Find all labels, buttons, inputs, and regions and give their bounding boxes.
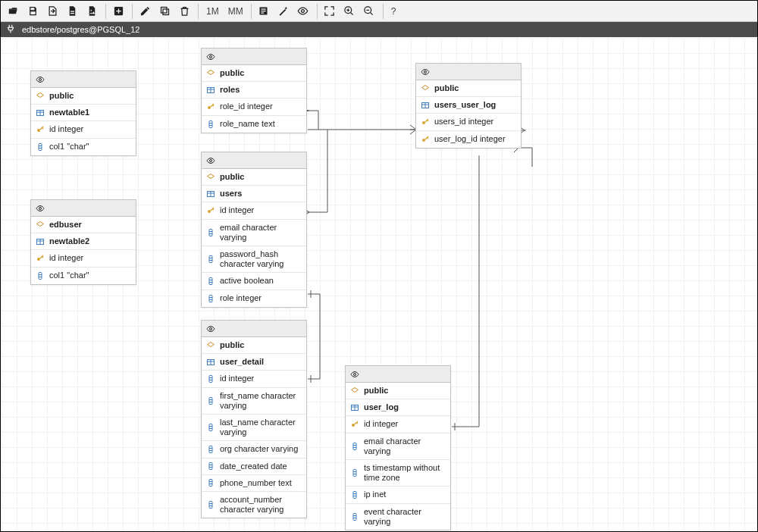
show-details-button[interactable] <box>294 3 312 20</box>
add-note-button[interactable] <box>255 3 273 20</box>
column-label: org character varying <box>220 444 302 454</box>
schema-icon <box>206 69 215 78</box>
column-label: date_created date <box>220 462 302 471</box>
column-label: users_id integer <box>434 117 516 127</box>
eye-icon[interactable] <box>421 67 430 77</box>
add-table-button[interactable] <box>109 3 127 20</box>
column-label: email character varying <box>364 437 446 456</box>
sql-file-button[interactable] <box>63 3 81 20</box>
table-label: user_log <box>364 402 446 412</box>
key-icon <box>206 206 215 215</box>
entity-header[interactable] <box>346 366 450 383</box>
save-button[interactable] <box>23 3 42 20</box>
key-icon <box>36 125 45 134</box>
schema-label: public <box>220 172 302 182</box>
column-label: id integer <box>220 205 302 215</box>
table-icon <box>206 189 215 199</box>
auto-align-button[interactable] <box>274 3 293 20</box>
column-label: ip inet <box>364 490 446 499</box>
entity-newtable1[interactable]: public newtable1 id integer col1 "char" <box>30 70 136 156</box>
export-button[interactable] <box>43 3 61 20</box>
table-label: users <box>220 189 302 199</box>
connection-label: edbstore/postgres@PGSQL_12 <box>22 25 139 34</box>
column-icon <box>350 490 359 499</box>
entity-roles[interactable]: public roles role_id integer role_name t… <box>201 48 307 133</box>
entity-header[interactable] <box>416 64 521 80</box>
column-icon <box>206 396 215 405</box>
column-label: col1 "char" <box>49 142 131 152</box>
eye-icon[interactable] <box>36 75 45 84</box>
clone-button[interactable] <box>155 3 174 20</box>
schema-label: public <box>364 386 446 396</box>
key-icon <box>421 135 430 144</box>
column-icon <box>206 120 215 129</box>
erd-canvas[interactable]: public newtable1 id integer col1 "char" … <box>2 38 756 530</box>
table-icon <box>421 101 430 110</box>
open-button[interactable] <box>4 3 22 20</box>
column-label: account_number character varying <box>220 495 302 515</box>
table-icon <box>206 86 215 95</box>
schema-label: public <box>49 91 131 101</box>
entity-header[interactable] <box>202 321 306 337</box>
schema-label: public <box>434 83 516 93</box>
eye-icon[interactable] <box>206 324 215 333</box>
entity-header[interactable] <box>31 200 136 217</box>
column-label: col1 "char" <box>49 271 131 280</box>
entity-header[interactable] <box>202 49 306 65</box>
entity-header[interactable] <box>202 152 306 169</box>
entity-users-user-log[interactable]: public users_user_log users_id integer u… <box>415 63 522 149</box>
eye-icon[interactable] <box>206 156 215 165</box>
schema-icon <box>206 173 215 182</box>
schema-label: public <box>220 340 302 350</box>
help-button[interactable]: ? <box>387 6 401 17</box>
entity-newtable2[interactable]: edbuser newtable2 id integer col1 "char" <box>30 199 136 285</box>
schema-icon <box>206 341 215 350</box>
entity-header[interactable] <box>31 71 136 88</box>
column-label: id integer <box>49 253 131 263</box>
eye-icon[interactable] <box>206 52 215 61</box>
column-icon <box>206 445 215 454</box>
table-label: newtable1 <box>49 108 131 117</box>
column-icon <box>206 423 215 432</box>
image-file-button[interactable] <box>83 3 101 20</box>
key-icon <box>206 102 215 111</box>
key-icon <box>421 117 430 127</box>
column-icon <box>350 442 359 451</box>
table-label: newtable2 <box>49 236 131 246</box>
column-label: ts timestamp without time zone <box>364 463 446 483</box>
connection-icon <box>5 23 22 36</box>
entity-user-detail[interactable]: public user_detail id integer first_name… <box>201 320 307 518</box>
column-icon <box>206 277 215 286</box>
entity-users[interactable]: public users id integer email character … <box>201 152 307 308</box>
schema-icon <box>421 84 430 93</box>
column-icon <box>350 512 359 521</box>
schema-label: public <box>220 68 302 78</box>
toolbar: 1M MM ? <box>1 1 757 22</box>
column-label: phone_number text <box>220 478 302 488</box>
table-label: users_user_log <box>434 100 516 110</box>
one-to-many-button[interactable]: 1M <box>202 6 224 17</box>
table-label: user_detail <box>220 357 302 367</box>
zoom-out-button[interactable] <box>360 3 378 20</box>
column-label: user_log_id integer <box>434 134 516 144</box>
column-icon <box>206 228 215 237</box>
zoom-fit-button[interactable] <box>321 3 339 20</box>
schema-label: edbuser <box>49 220 131 230</box>
column-label: last_name character varying <box>220 418 302 437</box>
column-label: email character varying <box>220 223 302 243</box>
table-icon <box>36 237 45 246</box>
entity-user-log[interactable]: public user_log id integer email charact… <box>345 365 451 530</box>
eye-icon[interactable] <box>36 204 45 213</box>
eye-icon[interactable] <box>350 370 359 379</box>
delete-button[interactable] <box>175 3 193 20</box>
column-icon <box>206 374 215 383</box>
column-icon <box>206 294 215 303</box>
many-to-many-button[interactable]: MM <box>224 6 248 17</box>
table-label: roles <box>220 85 302 95</box>
table-icon <box>350 403 359 412</box>
key-icon <box>350 420 359 429</box>
column-icon <box>206 462 215 471</box>
column-icon <box>36 271 45 280</box>
edit-button[interactable] <box>136 3 154 20</box>
zoom-in-button[interactable] <box>340 3 359 20</box>
